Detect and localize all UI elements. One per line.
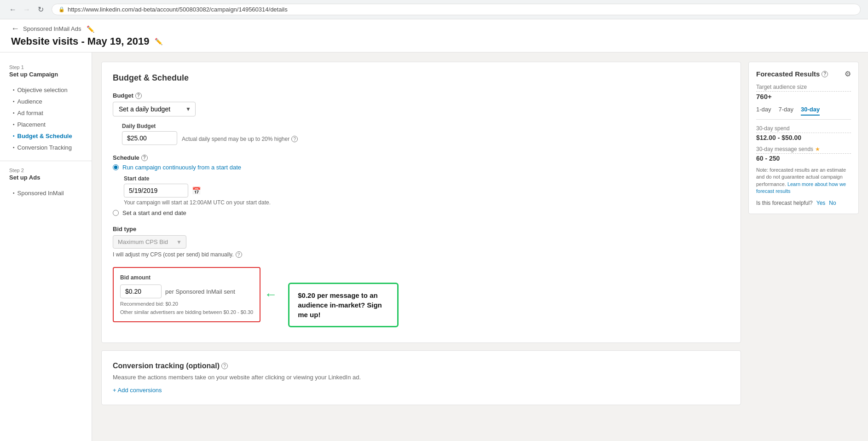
forecast-helpful-row: Is this forecast helpful? Yes No [756, 200, 851, 206]
lock-icon: 🔒 [58, 6, 65, 12]
forecast-title: Forecasted Results ? [756, 70, 828, 78]
schedule-option2-label: Set a start and end date [122, 209, 186, 216]
forecast-tab-7day[interactable]: 7-day [779, 106, 794, 116]
star-icon: ★ [815, 146, 820, 152]
start-date-input[interactable] [124, 184, 188, 197]
step2-label: Step 2 [9, 168, 82, 173]
bid-amount-section: Bid amount per Sponsored InMail sent Rec… [113, 267, 260, 322]
forward-nav-button[interactable]: → [21, 4, 32, 15]
radio-continuous[interactable] [113, 164, 119, 170]
forecast-no-button[interactable]: No [829, 200, 836, 206]
forecast-audience-section: Target audience size 760+ [756, 84, 851, 100]
forecast-audience-value: 760+ [756, 93, 851, 100]
reload-button[interactable]: ↻ [35, 4, 46, 15]
schedule-label: Schedule ? [113, 154, 729, 161]
forecast-panel: Forecasted Results ? ⚙ Target audience s… [748, 62, 859, 214]
add-conversions-link[interactable]: + Add conversions [113, 387, 162, 394]
daily-budget-help-icon[interactable]: ? [291, 136, 298, 142]
step1-label: Step 1 [9, 64, 82, 70]
schedule-radio-continuous: Run campaign continuously from a start d… [113, 164, 729, 171]
sidebar-item-conversion[interactable]: Conversion Tracking [0, 142, 92, 153]
sidebar: Step 1 Set up Campaign Objective selecti… [0, 52, 92, 441]
edit-campaign-type-icon[interactable]: ✏️ [87, 25, 94, 33]
forecast-audience-label: Target audience size [756, 84, 851, 92]
bid-type-dropdown-wrapper: Maximum CPS Bid ▼ [113, 235, 186, 249]
start-date-label: Start date [124, 175, 729, 182]
sidebar-divider [0, 161, 92, 161]
bid-type-label: Bid type [113, 226, 729, 232]
callout-wrapper: ← $0.20 per message to an audience in-ma… [264, 287, 279, 302]
calendar-icon[interactable]: 📅 [192, 186, 201, 195]
budget-schedule-card: Budget & Schedule Budget ? Set a daily b… [101, 62, 741, 343]
address-bar[interactable]: 🔒 https://www.linkedin.com/ad-beta/accou… [52, 4, 861, 15]
callout-text: $0.20 per message to an audience in-mark… [298, 291, 382, 319]
sidebar-item-placement[interactable]: Placement [0, 119, 92, 130]
page-header: ← Sponsored InMail Ads ✏️ Website visits… [0, 19, 868, 52]
edit-title-icon[interactable]: ✏️ [155, 38, 162, 45]
start-date-note: Your campaign will start at 12:00AM UTC … [124, 199, 729, 206]
forecast-tab-30day[interactable]: 30-day [801, 106, 820, 116]
conversion-desc: Measure the actions members take on your… [113, 374, 729, 381]
forecast-tab-1day[interactable]: 1-day [756, 106, 771, 116]
sidebar-step1: Step 1 Set up Campaign [0, 62, 92, 81]
page-title: Website visits - May 19, 2019 [11, 35, 149, 47]
conversion-title: Conversion tracking (optional) [113, 362, 220, 370]
schedule-radio-end: Set a start and end date [113, 209, 729, 216]
forecast-spend-value: $12.00 - $50.00 [756, 134, 851, 141]
conversion-header-row: Conversion tracking (optional) ? [113, 362, 729, 370]
forecast-spend-label: 30-day spend [756, 125, 851, 133]
bid-manual-help-icon[interactable]: ? [236, 251, 242, 258]
sidebar-item-objective[interactable]: Objective selection [0, 84, 92, 96]
forecast-spend-section: 30-day spend $12.00 - $50.00 [756, 125, 851, 141]
campaign-type-label: Sponsored InMail Ads [23, 25, 81, 32]
sidebar-item-budget[interactable]: Budget & Schedule [0, 130, 92, 142]
back-nav-button[interactable]: ← [7, 4, 18, 15]
step2-title: Set up Ads [9, 174, 82, 181]
per-label: per Sponsored InMail sent [165, 288, 235, 295]
budget-help-icon[interactable]: ? [135, 93, 142, 99]
nav-buttons: ← → ↻ [7, 4, 46, 15]
forecast-help-icon[interactable]: ? [822, 71, 828, 77]
budget-label: Budget ? [113, 92, 729, 99]
budget-section: Budget ? Set a daily budget ▼ Daily Budg… [113, 92, 729, 145]
sidebar-item-sponsored-inmail[interactable]: Sponsored InMail [0, 187, 92, 199]
forecast-header: Forecasted Results ? ⚙ [756, 70, 851, 78]
forecast-sends-value: 60 - 250 [756, 155, 851, 162]
bid-type-section: Bid type Maximum CPS Bid ▼ I will adjust… [113, 226, 729, 258]
callout-box: $0.20 per message to an audience in-mark… [288, 283, 399, 327]
step1-title: Set up Campaign [9, 71, 82, 78]
daily-budget-note: Actual daily spend may be up to 20% high… [182, 136, 298, 142]
back-button[interactable]: ← [11, 24, 19, 34]
conversion-help-icon[interactable]: ? [221, 363, 228, 369]
schedule-section: Schedule ? Run campaign continuously fro… [113, 154, 729, 216]
schedule-help-icon[interactable]: ? [141, 155, 148, 161]
bid-amount-label: Bid amount [120, 274, 253, 281]
browser-bar: ← → ↻ 🔒 https://www.linkedin.com/ad-beta… [0, 0, 868, 19]
conversion-tracking-card: Conversion tracking (optional) ? Measure… [101, 350, 741, 405]
daily-budget-label: Daily Budget [122, 123, 729, 129]
forecast-sends-section: 30-day message sends ★ 60 - 250 [756, 146, 851, 162]
schedule-option1-label: Run campaign continuously from a start d… [122, 164, 241, 171]
sidebar-item-adformat[interactable]: Ad format [0, 107, 92, 119]
bid-type-dropdown[interactable]: Maximum CPS Bid [113, 235, 186, 249]
daily-budget-input[interactable] [122, 131, 177, 145]
bid-range-note: Other similar advertisers are bidding be… [120, 309, 253, 315]
gear-icon[interactable]: ⚙ [845, 70, 851, 78]
sidebar-step1-items: Objective selection Audience Ad format P… [0, 84, 92, 153]
forecast-tabs: 1-day 7-day 30-day [756, 106, 851, 120]
bid-amount-input[interactable] [120, 284, 162, 298]
sidebar-item-audience[interactable]: Audience [0, 96, 92, 107]
bid-recommended-note: Recommended bid: $0.20 [120, 301, 253, 307]
sidebar-step2: Step 2 Set up Ads [0, 165, 92, 184]
radio-end-date[interactable] [113, 210, 119, 216]
forecast-sends-label-wrapper: 30-day message sends ★ [756, 146, 851, 154]
bid-manual-note: I will adjust my CPS (cost per send) bid… [113, 251, 729, 258]
card-title: Budget & Schedule [113, 73, 729, 83]
content-area: Budget & Schedule Budget ? Set a daily b… [92, 52, 868, 441]
callout-arrow-icon: ← [264, 287, 277, 302]
forecast-note: Note: forecasted results are an estimate… [756, 167, 851, 195]
budget-dropdown[interactable]: Set a daily budget [113, 102, 196, 116]
forecast-yes-button[interactable]: Yes [816, 200, 826, 206]
sidebar-step2-items: Sponsored InMail [0, 187, 92, 199]
bid-box: Bid amount per Sponsored InMail sent Rec… [113, 267, 260, 322]
